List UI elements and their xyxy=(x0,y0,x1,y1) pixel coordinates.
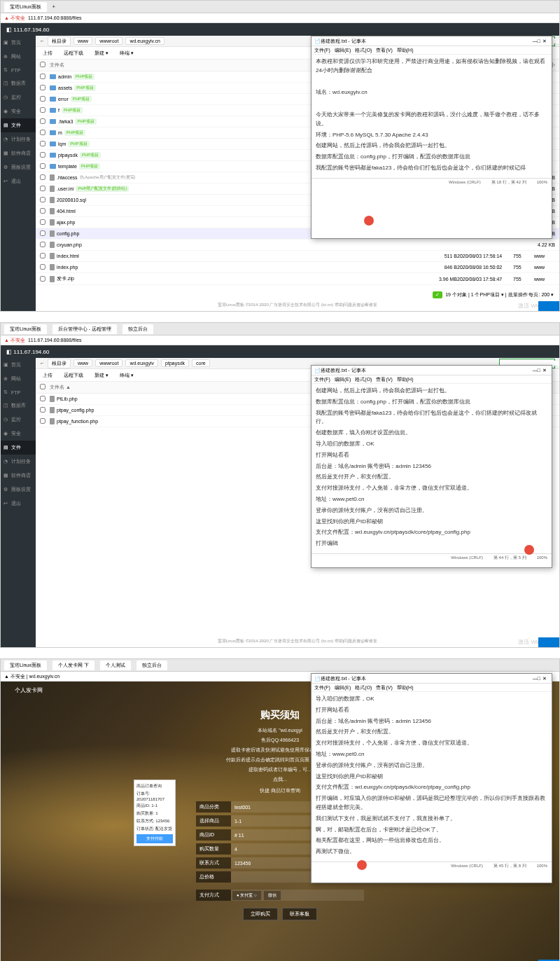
bc-2[interactable]: wwwroot xyxy=(95,359,122,367)
brand[interactable]: 个人发卡网 xyxy=(15,686,43,694)
tab-1[interactable]: 宝塔Linux面板 xyxy=(4,661,47,670)
notepad-menu: 文件(F) 编辑(E) 格式(O) 查看(V) 帮助(H) xyxy=(312,684,552,692)
notepad-content[interactable]: 导入咱们的数据库，OK打开网站看看后台是：域名/admin 账号密码：admin… xyxy=(312,692,552,862)
browser-tab-2[interactable]: 后台管理中心 - 远程管理 xyxy=(52,324,117,334)
term-btn[interactable]: 终端 ▾ xyxy=(117,371,136,380)
sidebar-cron[interactable]: ◔计划任务 xyxy=(1,455,36,469)
address-bar[interactable]: ▲ 不安全 111.67.194.60:8888/files xyxy=(1,336,559,345)
notepad-window: 📄 搭建教程.txt - 记事本 — □ ✕ 文件(F) 编辑(E) 格式(O)… xyxy=(311,36,552,239)
menu-file[interactable]: 文件(F) xyxy=(314,47,330,54)
browser-tab-1[interactable]: 宝塔Linux面板 xyxy=(4,324,47,334)
menu-edit[interactable]: 编辑(E) xyxy=(335,47,351,54)
bc-5[interactable]: core xyxy=(192,359,210,367)
bc-wwwroot[interactable]: wwwroot xyxy=(95,37,122,45)
new-tab-icon[interactable]: + xyxy=(52,4,55,9)
term-btn[interactable]: 终端 ▾ xyxy=(117,49,136,57)
sidebar-monitor[interactable]: ◷监控 xyxy=(1,413,36,427)
menu-format[interactable]: 格式(O) xyxy=(355,47,372,54)
buy-btn[interactable]: 立即购买 xyxy=(243,908,278,920)
new-btn[interactable]: 新建 ▾ xyxy=(92,49,111,57)
browser-tabs: 宝塔Linux面板 个人发卡网 下 个人测试 独立后台 xyxy=(1,659,559,672)
browser-tab[interactable]: 宝塔Linux面板 xyxy=(4,2,47,12)
remote-btn[interactable]: 远程下载 xyxy=(61,371,86,380)
sidebar: ▣首页 ⊕网站 ⇅FTP ◫数据库 ◷监控 ◉安全 ▤文件 ◔计划任务 ▦软件商… xyxy=(1,358,36,647)
browser-tab-3[interactable]: 独立后台 xyxy=(122,324,153,334)
bc-root[interactable]: 根目录 xyxy=(48,36,71,46)
popup-pay-btn[interactable]: 支付付款 xyxy=(136,834,173,843)
file-row[interactable]: 发卡.zip 3.96 MB 2020/08/03 17:58:47755www xyxy=(36,273,559,285)
sidebar-settings[interactable]: ⚙面板设置 xyxy=(1,483,36,497)
pay-alipay[interactable]: ● 支付宝 ○ xyxy=(232,891,261,900)
upload-btn[interactable]: 上传 xyxy=(40,49,55,57)
upload-btn[interactable]: 上传 xyxy=(40,371,55,380)
bc-site[interactable]: wd.euxgyiv.cn xyxy=(125,37,164,45)
check-all[interactable] xyxy=(40,384,46,389)
menu-help[interactable]: 帮助(H) xyxy=(397,47,414,54)
file-icon xyxy=(50,230,55,237)
close-icon[interactable]: ✕ xyxy=(540,368,549,373)
file-icon xyxy=(50,219,55,226)
bc-3[interactable]: wd.euxgyiv xyxy=(125,359,158,367)
bc-root[interactable]: 根目录 xyxy=(48,359,71,368)
minimize-icon[interactable]: — xyxy=(533,368,538,373)
notepad-titlebar[interactable]: 📄 搭建教程.txt - 记事本 — □ ✕ xyxy=(312,674,552,684)
file-row[interactable]: index.php 846 B 2020/08/08 16:50:02755ww… xyxy=(36,262,559,273)
sidebar-ftp[interactable]: ⇅FTP xyxy=(1,64,36,76)
taskbar[interactable] xyxy=(538,301,559,311)
action-buttons: 立即购买 联系客服 xyxy=(1,908,559,920)
sidebar-files[interactable]: ▤文件 xyxy=(1,118,36,132)
sidebar-monitor[interactable]: ◷监控 xyxy=(1,90,36,104)
status-badge: ✓ xyxy=(433,291,442,298)
tab-2[interactable]: 个人发卡网 下 xyxy=(52,661,94,670)
sidebar-db[interactable]: ◫数据库 xyxy=(1,399,36,413)
bc-www[interactable]: www xyxy=(74,37,92,45)
new-btn[interactable]: 新建 ▾ xyxy=(92,371,111,380)
minimize-icon[interactable]: — xyxy=(533,676,538,681)
pay-wechat[interactable]: 微信 xyxy=(264,891,281,900)
cursor-marker xyxy=(357,860,367,870)
menu-view[interactable]: 查看(V) xyxy=(376,47,392,54)
sidebar-security[interactable]: ◉安全 xyxy=(1,104,36,118)
bc-4[interactable]: ptpaysdk xyxy=(161,359,189,367)
address-bar[interactable]: ▲ 不安全 111.67.194.60:8888/files xyxy=(1,13,559,23)
sidebar-exit[interactable]: ↩退出 xyxy=(1,497,36,511)
back-icon[interactable]: ← xyxy=(40,39,45,43)
file-icon xyxy=(50,186,55,192)
sidebar-site[interactable]: ⊕网站 xyxy=(1,50,36,64)
notepad-content[interactable]: 创建网站，然后上传源码，待会我会把源码一起打包。数据库配置信息：config.p… xyxy=(312,384,552,553)
sidebar-home[interactable]: ▣首页 xyxy=(1,36,36,50)
file-row[interactable]: cxyuan.php 4.22 KB xyxy=(36,240,559,251)
notepad-icon: 📄 xyxy=(314,368,321,373)
sidebar-soft[interactable]: ▦软件商店 xyxy=(1,469,36,483)
notepad-menu: 文件(F) 编辑(E) 格式(O) 查看(V) 帮助(H) xyxy=(312,46,552,55)
remote-btn[interactable]: 远程下载 xyxy=(61,49,86,57)
sidebar-ftp[interactable]: ⇅FTP xyxy=(1,386,36,399)
sidebar-db[interactable]: ◫数据库 xyxy=(1,76,36,90)
tab-3[interactable]: 个人测试 xyxy=(100,661,131,670)
notepad-titlebar[interactable]: 📄 搭建教程.txt - 记事本 — □ ✕ xyxy=(312,366,552,375)
minimize-icon[interactable]: — xyxy=(533,39,538,43)
close-icon[interactable]: ✕ xyxy=(540,39,549,44)
check-all[interactable] xyxy=(40,62,46,67)
sidebar-home[interactable]: ▣首页 xyxy=(1,358,36,372)
taskbar[interactable] xyxy=(538,637,559,647)
sidebar-security[interactable]: ◉安全 xyxy=(1,427,36,441)
bc-1[interactable]: www xyxy=(74,359,92,367)
file-icon xyxy=(50,276,55,282)
sidebar-exit[interactable]: ↩退出 xyxy=(1,174,36,188)
file-row[interactable]: index.html 511 B 2020/08/03 17:58:14755w… xyxy=(36,251,559,262)
folder-icon xyxy=(50,85,56,90)
back-icon[interactable]: ← xyxy=(40,361,45,366)
tab-4[interactable]: 独立后台 xyxy=(136,661,167,670)
close-icon[interactable]: ✕ xyxy=(540,676,549,682)
notepad-titlebar[interactable]: 📄 搭建教程.txt - 记事本 — □ ✕ xyxy=(312,36,552,46)
notepad-content[interactable]: 本教程和资源仅供学习和研究使用，严禁进行商业用途，如有侵权请告知删除视频，请在观… xyxy=(312,55,552,178)
sidebar-settings[interactable]: ⚙面板设置 xyxy=(1,160,36,174)
contact-btn[interactable]: 联系客服 xyxy=(282,908,317,920)
file-icon xyxy=(50,242,55,248)
sidebar-cron[interactable]: ◔计划任务 xyxy=(1,132,36,146)
sidebar-files[interactable]: ▤文件 xyxy=(1,441,36,455)
sidebar-soft[interactable]: ▦软件商店 xyxy=(1,146,36,160)
sidebar-site[interactable]: ⊕网站 xyxy=(1,372,36,386)
cursor-marker xyxy=(364,216,374,226)
